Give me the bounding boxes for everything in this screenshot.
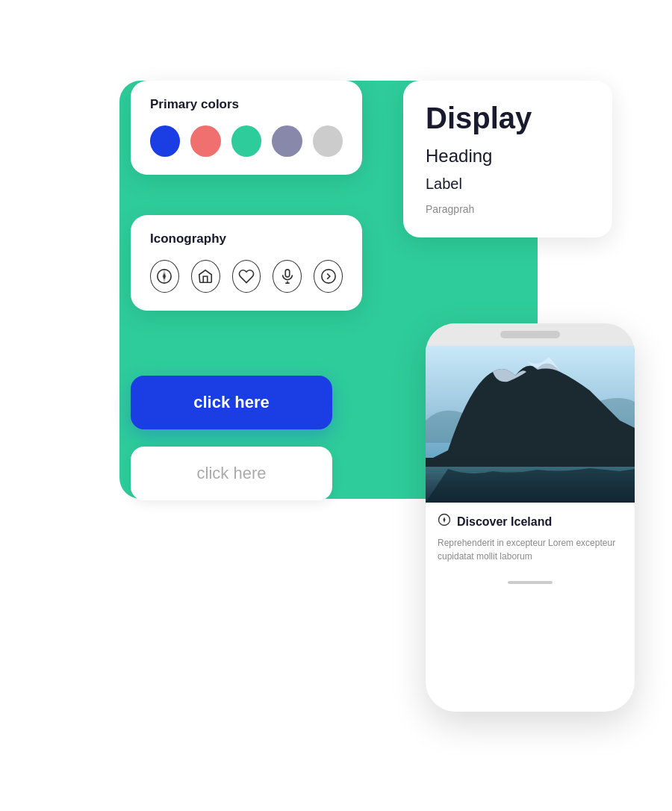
- phone-notch: [500, 331, 560, 338]
- phone-notch-bar: [426, 323, 635, 346]
- dot-purple: [272, 125, 302, 157]
- type-paragraph-label: Paragprah: [426, 203, 590, 215]
- phone-home-indicator: [508, 581, 553, 584]
- phone-bottom-bar: [426, 572, 635, 593]
- card-iconography: Iconography: [131, 215, 362, 311]
- card-primary-colors: Primary colors: [131, 81, 362, 175]
- scene: Primary colors Iconography: [45, 40, 627, 771]
- svg-marker-14: [444, 517, 446, 523]
- mic-icon: [273, 260, 302, 293]
- phone-card-title: Discover Iceland: [457, 515, 552, 529]
- secondary-button[interactable]: click here: [131, 447, 332, 500]
- chevron-right-icon: [314, 260, 343, 293]
- type-heading-label: Heading: [426, 146, 590, 167]
- heart-icon: [232, 260, 261, 293]
- color-dots-row: [150, 125, 343, 157]
- phone-card-desc: Reprehenderit in excepteur Lorem excepte…: [438, 536, 623, 563]
- dot-teal: [231, 125, 261, 157]
- card-colors-title: Primary colors: [150, 97, 343, 112]
- phone-screen: Discover Iceland Reprehenderit in except…: [426, 346, 635, 712]
- card-icons-title: Iconography: [150, 232, 343, 246]
- compass-icon: [150, 260, 179, 293]
- dot-gray: [313, 125, 343, 157]
- phone-image: [426, 346, 635, 503]
- icon-row: [150, 260, 343, 293]
- primary-button[interactable]: click here: [131, 376, 332, 429]
- card-display: Display Heading Label Paragprah: [403, 81, 612, 237]
- phone-compass-icon: [438, 513, 451, 530]
- phone-title-row: Discover Iceland: [438, 513, 623, 530]
- type-display-label: Display: [426, 102, 590, 135]
- phone-mockup: Discover Iceland Reprehenderit in except…: [426, 323, 635, 712]
- svg-point-6: [321, 270, 335, 283]
- secondary-button-label: click here: [197, 464, 267, 483]
- primary-button-label: click here: [193, 393, 270, 412]
- svg-rect-3: [285, 270, 290, 277]
- dot-blue: [150, 125, 180, 157]
- type-label-label: Label: [426, 175, 590, 193]
- dot-pink: [190, 125, 220, 157]
- home-icon: [191, 260, 220, 293]
- phone-content: Discover Iceland Reprehenderit in except…: [426, 503, 635, 572]
